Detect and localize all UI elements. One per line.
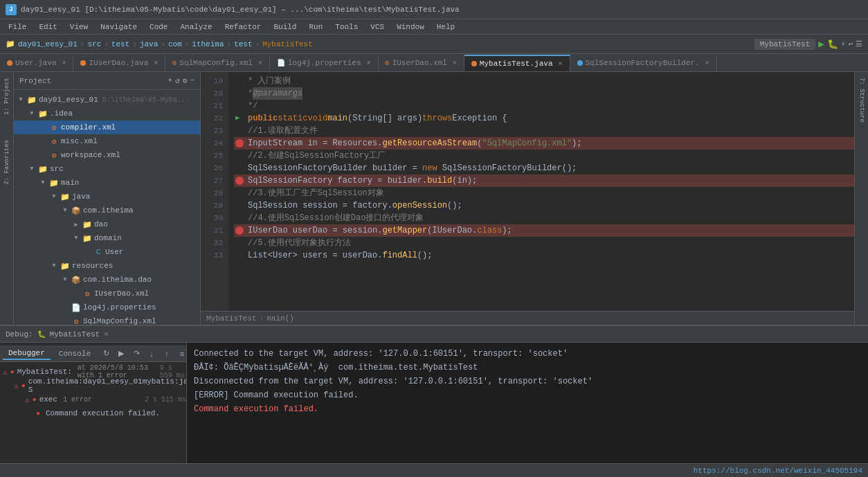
tree-src[interactable]: ▼ 📁 src bbox=[14, 162, 200, 176]
debug-tree-item-1[interactable]: ⚠ ● com.itheima:day01_eesy_01mybatis:jar… bbox=[0, 379, 186, 393]
debug-config-name[interactable]: MybatisTest bbox=[50, 330, 100, 339]
breadcrumb-bottom-method[interactable]: main() bbox=[266, 314, 294, 323]
code-line-20: * @param args bbox=[234, 87, 854, 100]
tab-log4j[interactable]: 📄 log4j.properties × bbox=[270, 55, 379, 71]
sidebar-add-btn[interactable]: + bbox=[168, 76, 173, 85]
breadcrumb-com[interactable]: com bbox=[168, 40, 182, 48]
tree-dao[interactable]: ▶ 📁 dao bbox=[14, 217, 200, 231]
debugger-tab[interactable]: Debugger bbox=[3, 348, 51, 360]
breadcrumb-bottom-class[interactable]: MybatisTest bbox=[206, 314, 257, 323]
run-button[interactable]: ▶ bbox=[818, 38, 824, 50]
debug-tree-item-0[interactable]: ⚠ ● MybatisTest: at 2020/5/8 10:53 with … bbox=[0, 365, 186, 379]
tree-user[interactable]: C User bbox=[14, 245, 200, 259]
debug-config-close[interactable]: × bbox=[104, 330, 109, 339]
error-icon-2: ⚠ bbox=[25, 395, 30, 404]
menu-edit[interactable]: Edit bbox=[33, 21, 62, 33]
tree-sqlmap[interactable]: ⚙ SqlMapConfig.xml bbox=[14, 314, 200, 325]
breadcrumb-test[interactable]: test bbox=[111, 40, 129, 48]
tab-iuserdao-xml[interactable]: ⚙ IUserDao.xml × bbox=[379, 55, 464, 71]
breadcrumb-itheima[interactable]: itheima bbox=[192, 40, 224, 48]
pkg-icon-com: 📦 bbox=[71, 206, 82, 215]
toolbar-extra-btn1[interactable]: ⚡ bbox=[841, 39, 846, 48]
breakpoint-27[interactable] bbox=[235, 177, 244, 185]
console-line-1: ÐÅÏ¢: ÕâÊÇMybatisµÄÈëÃÅ°¸Àý com.itheima.… bbox=[194, 361, 861, 375]
console-tab[interactable]: Console bbox=[53, 348, 96, 359]
debug-step-in-btn[interactable]: ↓ bbox=[145, 348, 159, 360]
menu-vcs[interactable]: VCS bbox=[365, 21, 390, 33]
debug-step-out-btn[interactable]: ↑ bbox=[160, 348, 174, 360]
tab-user-java[interactable]: User.java × bbox=[0, 55, 73, 71]
menu-file[interactable]: File bbox=[3, 21, 32, 33]
menu-window[interactable]: Window bbox=[391, 21, 430, 33]
tree-root[interactable]: ▼ 📁 day01_eesy_01 D:\itheima\05-Myba... bbox=[14, 93, 200, 107]
breadcrumb-test2[interactable]: test bbox=[234, 40, 252, 48]
menu-code[interactable]: Code bbox=[144, 21, 173, 33]
sidebar-sync-btn[interactable]: ↺ bbox=[175, 76, 180, 85]
tree-label-sqlmap: SqlMapConfig.xml bbox=[83, 317, 156, 325]
menu-view[interactable]: View bbox=[64, 21, 93, 33]
close-tab-iuserdao[interactable]: × bbox=[154, 60, 158, 67]
close-tab-sqlmap[interactable]: × bbox=[258, 60, 262, 67]
tab-icon-log4j: 📄 bbox=[277, 59, 285, 67]
close-tab-mybatis[interactable]: × bbox=[558, 60, 562, 68]
tree-label-domain: domain bbox=[94, 234, 122, 242]
tab-sqlsession[interactable]: SqlSessionFactoryBuilder. × bbox=[570, 55, 717, 71]
panel-structure[interactable]: 7: Structure bbox=[857, 75, 867, 125]
sidebar-close-btn[interactable]: − bbox=[190, 76, 195, 85]
breadcrumb-root[interactable]: day01_eesy_01 bbox=[18, 40, 78, 48]
tab-sqlmapconfig[interactable]: ⚙ SqlMapConfig.xml × bbox=[165, 55, 270, 71]
menu-navigate[interactable]: Navigate bbox=[95, 21, 143, 33]
tree-com-itheima-dao[interactable]: ▼ 📦 com.itheima.dao bbox=[14, 273, 200, 287]
breadcrumb-java[interactable]: java bbox=[140, 40, 158, 48]
run-arrow-22: ▶ bbox=[235, 112, 239, 125]
close-tab-iuserdao-xml[interactable]: × bbox=[453, 60, 457, 67]
sidebar-settings-btn[interactable]: ⚙ bbox=[183, 76, 188, 85]
debug-resume-btn[interactable]: ▶ bbox=[114, 348, 128, 360]
breakpoint-24[interactable] bbox=[235, 139, 244, 147]
tab-iuserdao-java[interactable]: IUserDao.java × bbox=[73, 55, 165, 71]
tab-icon-sqlmap: ⚙ bbox=[172, 59, 177, 67]
code-text-25: //2.创建SqlSessionFactory工厂 bbox=[248, 150, 386, 162]
code-content[interactable]: * 入门案例 * @param args */ ▶ public static … bbox=[228, 72, 854, 311]
menu-help[interactable]: Help bbox=[431, 21, 460, 33]
tree-log4j[interactable]: 📄 log4j.properties bbox=[14, 300, 200, 314]
tree-com-itheima[interactable]: ▼ 📦 com.itheima bbox=[14, 204, 200, 217]
menu-build[interactable]: Build bbox=[268, 21, 302, 33]
debug-step-over-btn[interactable]: ↷ bbox=[129, 348, 143, 360]
tree-idea[interactable]: ▼ 📁 .idea bbox=[14, 107, 200, 120]
close-tab-log4j[interactable]: × bbox=[367, 60, 371, 67]
menu-analyze[interactable]: Analyze bbox=[174, 21, 217, 33]
tree-workspace-xml[interactable]: ⚙ workspace.xml bbox=[14, 148, 200, 162]
breakpoint-31[interactable] bbox=[235, 226, 244, 235]
tree-resources[interactable]: ▼ 📁 resources bbox=[14, 259, 200, 273]
tree-compiler-xml[interactable]: ⚙ compiler.xml bbox=[14, 120, 200, 134]
menu-tools[interactable]: Tools bbox=[329, 21, 363, 33]
debug-tree: ⚠ ● MybatisTest: at 2020/5/8 10:53 with … bbox=[0, 362, 186, 423]
menu-run[interactable]: Run bbox=[303, 21, 328, 33]
run-config-dropdown[interactable]: MybatisTest bbox=[754, 39, 816, 50]
tree-iuserdao-xml[interactable]: ⚙ IUserDao.xml bbox=[14, 287, 200, 300]
folder-icon-dao: 📁 bbox=[82, 220, 93, 229]
close-tab-user[interactable]: × bbox=[62, 60, 66, 67]
menu-refactor[interactable]: Refactor bbox=[219, 21, 267, 33]
breadcrumb-sep2: › bbox=[104, 40, 109, 48]
tab-mybatistest[interactable]: MybatisTest.java × bbox=[464, 55, 570, 71]
tree-main[interactable]: ▼ 📁 main bbox=[14, 176, 200, 190]
code-container[interactable]: 19 20 21 22 23 24 25 26 27 28 29 30 31 3… bbox=[201, 72, 854, 311]
toolbar-extra-btn2[interactable]: ↩ bbox=[848, 39, 853, 48]
tree-java[interactable]: ▼ 📁 java bbox=[14, 190, 200, 204]
breadcrumb-file[interactable]: MybatisTest bbox=[262, 40, 313, 48]
panel-favorites[interactable]: 2: Favorites bbox=[2, 137, 12, 188]
tree-misc-xml[interactable]: ⚙ misc.xml bbox=[14, 134, 200, 148]
close-tab-sqlsession[interactable]: × bbox=[705, 60, 709, 67]
debug-evaluate-btn[interactable]: ≡ bbox=[175, 348, 187, 360]
status-url[interactable]: https://blog.csdn.net/weixin_44505194 bbox=[694, 467, 862, 475]
debug-button[interactable]: 🐛 bbox=[827, 39, 838, 50]
toolbar-extra-btn3[interactable]: ☰ bbox=[856, 39, 862, 48]
console-line-2: Disconnected from the target VM, address… bbox=[194, 375, 861, 388]
panel-project[interactable]: 1: Project bbox=[2, 75, 12, 118]
breadcrumb-src[interactable]: src bbox=[87, 40, 101, 48]
debug-tree-item-2[interactable]: ⚠ ● exec 1 error 2 s 515 ms bbox=[0, 393, 186, 406]
debug-restart-btn[interactable]: ↻ bbox=[99, 348, 113, 360]
tree-domain[interactable]: ▼ 📁 domain bbox=[14, 231, 200, 245]
